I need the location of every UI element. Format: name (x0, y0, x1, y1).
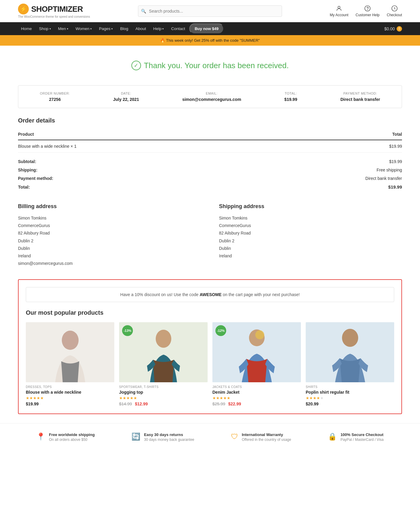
feature-secure-desc: PayPal / MasterCard / Visa (340, 438, 384, 442)
check-icon: ✓ (131, 61, 141, 70)
col-total: Total (333, 129, 402, 140)
logo[interactable]: ⚡ SHOPTIMIZER The WooCommerce theme for … (18, 4, 90, 18)
popular-title: Our most popular products (26, 309, 394, 316)
logo-text: SHOPTIMIZER (31, 5, 83, 14)
order-summary-box: ORDER NUMBER: 27256 DATE: July 22, 2021 … (18, 85, 402, 108)
product-stars-3: ★★★★★ (212, 396, 301, 400)
product-name-1: Blouse with a wide neckline (26, 390, 114, 395)
shipping-details: Simon Tomkins CommerceGurus 82 Ailsbury … (219, 214, 402, 260)
subtotal-row: Subtotal: $19.99 (18, 157, 402, 166)
search-bar: 🔍 (138, 5, 282, 17)
order-number-label: ORDER NUMBER: (40, 92, 70, 95)
order-total-label: TOTAL: (284, 92, 297, 95)
feature-returns-title: Easy 30 days returns (144, 432, 194, 437)
main-nav: Home Shop ▾ Men ▾ Women ▾ Pages ▾ Blog A… (0, 22, 420, 35)
col-product: Product (18, 129, 333, 140)
checkout-link[interactable]: Checkout (387, 5, 402, 17)
nav-shop[interactable]: Shop ▾ (36, 22, 54, 35)
product-card-4[interactable]: SHIRTS Poplin shirt regular fit ★★★★★ $2… (306, 322, 394, 406)
nav-contact[interactable]: Contact (168, 22, 188, 35)
feature-returns-desc: 30 days money back guarantee (144, 438, 194, 442)
customer-help-link[interactable]: Customer Help (356, 5, 380, 17)
product-card-1[interactable]: DRESSES, TOPS Blouse with a wide necklin… (26, 322, 114, 406)
product-stars-4: ★★★★★ (306, 396, 394, 400)
product-badge-3: -12% (215, 325, 226, 336)
order-total-value: $19.99 (284, 97, 297, 102)
promo-text: 🔥 This week only! Get 25% off with the c… (160, 38, 260, 43)
order-payment-item: PAYMENT METHOD: Direct bank transfer (340, 92, 380, 102)
shipping-icon: 📍 (36, 432, 45, 441)
order-total-item: TOTAL: $19.99 (284, 92, 297, 102)
search-input[interactable] (138, 5, 282, 17)
order-date-item: DATE: July 22, 2021 (113, 92, 139, 102)
buy-now-button[interactable]: Buy now $49 (189, 23, 224, 34)
nav-help[interactable]: Help ▾ (150, 22, 167, 35)
payment-method-row: Payment method: Direct bank transfer (18, 174, 402, 183)
top-header: ⚡ SHOPTIMIZER The WooCommerce theme for … (0, 0, 420, 22)
billing-title: Billing address (18, 203, 201, 210)
billing-details: Simon Tomkins CommerceGurus 82 Ailsbury … (18, 214, 201, 267)
cart-badge: 0 (397, 26, 402, 32)
product-price-2: $14.99 $12.99 (119, 401, 208, 406)
shipping-row: Shipping: Free shipping (18, 166, 402, 174)
svg-point-2 (368, 10, 368, 10)
product-cat-2: SPORTSWEAR, T-SHIRTS (119, 385, 208, 389)
feature-returns: 🔄 Easy 30 days returns 30 days money bac… (131, 432, 194, 442)
nav-about[interactable]: About (132, 22, 149, 35)
product-image-3: -12% (212, 322, 301, 382)
order-number-value: 27256 (40, 97, 70, 102)
nav-women[interactable]: Women ▾ (73, 22, 95, 35)
order-email-value: simon@commercegurus.com (182, 97, 241, 102)
nav-men[interactable]: Men ▾ (55, 22, 71, 35)
warranty-icon: 🛡 (231, 432, 238, 441)
discount-notice: Have a 10% discount on us! Use the code … (26, 287, 394, 302)
feature-warranty-desc: Offered in the country of usage (242, 438, 291, 442)
product-image-2: -13% (119, 322, 208, 382)
cart-info[interactable]: $0.00 0 (384, 26, 402, 32)
product-image-4 (306, 322, 394, 382)
account-icon (336, 5, 342, 12)
svg-point-5 (62, 331, 79, 350)
shipping-title: Shipping address (219, 203, 402, 210)
order-item-row: Blouse with a wide neckline × 1 $19.99 (18, 140, 402, 153)
checkout-icon (391, 5, 398, 12)
upsell-section: Have a 10% discount on us! Use the code … (18, 279, 402, 414)
product-cat-3: JACKETS & COATS (212, 385, 301, 389)
feature-secure: 🔒 100% Secure Checkout PayPal / MasterCa… (328, 432, 384, 442)
nav-blog[interactable]: Blog (117, 22, 131, 35)
search-icon: 🔍 (141, 9, 146, 14)
order-email-item: EMAIL: simon@commercegurus.com (182, 92, 241, 102)
addresses-section: Billing address Simon Tomkins CommerceGu… (18, 203, 402, 267)
total-row: Total: $19.99 (18, 183, 402, 191)
order-payment-label: PAYMENT METHOD: (340, 92, 380, 95)
svg-point-7 (156, 330, 171, 348)
secure-icon: 🔒 (328, 432, 337, 441)
nav-home[interactable]: Home (18, 22, 35, 35)
product-image-1 (26, 322, 114, 382)
product-name-3: Denim Jacket (212, 390, 301, 395)
feature-warranty: 🛡 International Warranty Offered in the … (231, 432, 291, 442)
product-name-4: Poplin shirt regular fit (306, 390, 394, 395)
product-stars-2: ★★★★★ (119, 396, 208, 400)
order-number-item: ORDER NUMBER: 27256 (40, 92, 70, 102)
feature-shipping: 📍 Free worldwide shipping On all orders … (36, 432, 94, 442)
order-payment-value: Direct bank transfer (340, 97, 380, 102)
my-account-link[interactable]: My Account (330, 5, 348, 17)
product-cat-1: DRESSES, TOPS (26, 385, 114, 389)
product-card-2[interactable]: -13% SPORTSWEAR, T-SHIRTS Jogging top ★★… (119, 322, 208, 406)
thankyou-section: ✓ Thank you. Your order has been receive… (0, 46, 420, 79)
item-name: Blouse with a wide neckline × 1 (18, 140, 333, 153)
order-email-label: EMAIL: (182, 92, 241, 95)
product-price-4: $20.99 (306, 401, 394, 406)
cart-price: $0.00 (384, 26, 395, 31)
feature-secure-title: 100% Secure Checkout (340, 432, 384, 437)
product-card-3[interactable]: -12% JACKETS & COATS Denim Jacket ★★★★★ … (212, 322, 301, 406)
product-name-2: Jogging top (119, 390, 208, 395)
order-details-title: Order details (18, 117, 402, 124)
svg-point-1 (365, 5, 370, 11)
svg-point-0 (338, 6, 340, 8)
feature-shipping-title: Free worldwide shipping (49, 432, 94, 437)
nav-pages[interactable]: Pages ▾ (96, 22, 116, 35)
order-details-section: Order details Product Total Blouse with … (18, 117, 402, 191)
feature-shipping-desc: On all orders above $50 (49, 438, 94, 442)
